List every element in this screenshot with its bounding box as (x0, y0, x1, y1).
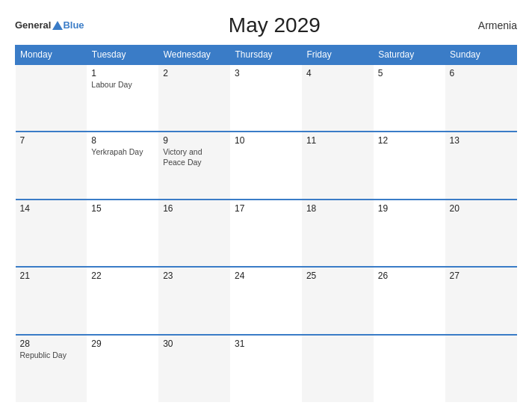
calendar-cell (445, 335, 517, 402)
calendar-table: Monday Tuesday Wednesday Thursday Friday… (15, 45, 517, 402)
calendar-week-row: 78Yerkrapah Day9Victory and Peace Day101… (16, 132, 517, 199)
day-number: 22 (91, 271, 154, 281)
day-number: 23 (163, 271, 226, 281)
day-number: 4 (306, 68, 369, 78)
calendar-cell: 6 (445, 64, 517, 132)
calendar-cell: 29 (87, 335, 158, 402)
calendar-cell: 21 (16, 267, 87, 334)
day-number: 9 (163, 135, 226, 146)
calendar-cell: 7 (16, 132, 87, 199)
day-number: 30 (163, 339, 226, 349)
calendar-cell: 24 (230, 267, 302, 334)
calendar-cell: 22 (87, 267, 158, 334)
calendar-week-row: 14151617181920 (16, 200, 517, 267)
day-number: 8 (91, 135, 154, 146)
day-number: 2 (163, 68, 226, 78)
calendar-cell: 31 (230, 335, 302, 402)
calendar-cell: 13 (445, 132, 517, 199)
calendar-cell: 14 (16, 200, 87, 267)
day-number: 15 (91, 203, 154, 214)
calendar-cell: 26 (374, 267, 445, 334)
day-number: 31 (235, 339, 297, 349)
logo-blue: Blue (63, 20, 84, 31)
calendar-cell: 16 (158, 200, 230, 267)
day-number: 26 (378, 271, 441, 281)
day-number: 12 (378, 135, 441, 146)
calendar-cell: 12 (374, 132, 445, 199)
calendar-cell: 15 (87, 200, 158, 267)
calendar-week-row: 28Republic Day293031 (16, 335, 517, 402)
calendar-week-row: 21222324252627 (16, 267, 517, 334)
header-thursday: Thursday (230, 46, 302, 65)
calendar-cell: 8Yerkrapah Day (87, 132, 158, 199)
day-number: 28 (20, 339, 83, 349)
calendar-cell: 19 (374, 200, 445, 267)
logo-general: General (15, 20, 51, 31)
day-number: 18 (306, 203, 369, 214)
holiday-name: Victory and Peace Day (163, 147, 226, 167)
calendar-cell: 11 (302, 132, 374, 199)
day-number: 10 (235, 135, 297, 146)
day-number: 13 (450, 135, 513, 146)
day-number: 6 (450, 68, 513, 78)
calendar-title: May 2029 (84, 13, 465, 37)
header-tuesday: Tuesday (87, 46, 158, 65)
calendar-cell: 28Republic Day (16, 335, 87, 402)
day-number: 16 (163, 203, 226, 214)
calendar-cell: 17 (230, 200, 302, 267)
day-number: 25 (306, 271, 369, 281)
header-saturday: Saturday (374, 46, 445, 65)
holiday-name: Yerkrapah Day (91, 147, 154, 158)
calendar-week-row: 1Labour Day23456 (16, 64, 517, 132)
calendar-cell: 27 (445, 267, 517, 334)
calendar-header: General Blue May 2029 Armenia (15, 13, 517, 37)
weekday-header-row: Monday Tuesday Wednesday Thursday Friday… (16, 46, 517, 65)
day-number: 27 (450, 271, 513, 281)
header-wednesday: Wednesday (158, 46, 230, 65)
calendar-page: General Blue May 2029 Armenia Monday Tue… (0, 0, 532, 411)
calendar-cell: 18 (302, 200, 374, 267)
day-number: 19 (378, 203, 441, 214)
day-number: 20 (450, 203, 513, 214)
holiday-name: Labour Day (91, 80, 154, 90)
calendar-cell: 30 (158, 335, 230, 402)
logo-triangle-icon (52, 21, 63, 30)
header-friday: Friday (302, 46, 374, 65)
day-number: 3 (235, 68, 297, 78)
day-number: 7 (20, 135, 83, 146)
calendar-cell (302, 335, 374, 402)
day-number: 14 (20, 203, 83, 214)
header-monday: Monday (16, 46, 87, 65)
calendar-cell: 1Labour Day (87, 64, 158, 132)
logo: General Blue (15, 20, 84, 31)
day-number: 11 (306, 135, 369, 146)
calendar-cell: 25 (302, 267, 374, 334)
calendar-cell (16, 64, 87, 132)
country-label: Armenia (465, 19, 517, 31)
holiday-name: Republic Day (20, 350, 83, 361)
day-number: 17 (235, 203, 297, 214)
day-number: 21 (20, 271, 83, 281)
calendar-cell (374, 335, 445, 402)
calendar-cell: 4 (302, 64, 374, 132)
day-number: 24 (235, 271, 297, 281)
calendar-cell: 10 (230, 132, 302, 199)
day-number: 29 (91, 339, 154, 349)
calendar-cell: 3 (230, 64, 302, 132)
calendar-cell: 23 (158, 267, 230, 334)
day-number: 1 (91, 68, 154, 78)
header-sunday: Sunday (445, 46, 517, 65)
calendar-cell: 9Victory and Peace Day (158, 132, 230, 199)
calendar-cell: 5 (374, 64, 445, 132)
calendar-cell: 2 (158, 64, 230, 132)
calendar-cell: 20 (445, 200, 517, 267)
day-number: 5 (378, 68, 441, 78)
